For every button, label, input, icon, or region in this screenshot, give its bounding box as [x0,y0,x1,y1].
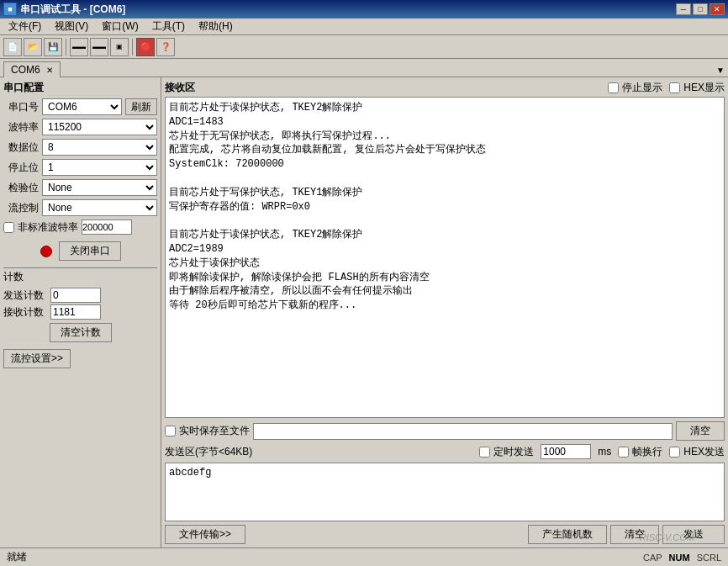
receive-header: 接收区 停止显示 HEX显示 [165,81,725,95]
receive-textarea[interactable]: 目前芯片处于读保护状态, TKEY2解除保护 ADC1=1483 芯片处于无写保… [165,97,725,418]
status-text: 就绪 [3,550,643,564]
toolbar-btn3[interactable]: ▣ [110,38,129,56]
app-icon: ■ [3,3,17,16]
save-file-label: 实时保存至文件 [179,424,250,438]
flow-select[interactable]: None [42,199,157,216]
stop-bits-label: 停止位 [3,161,39,175]
refresh-button[interactable]: 刷新 [125,98,157,115]
menu-help[interactable]: 帮助(H) [192,18,240,35]
tab-com6[interactable]: COM6 ✕ [3,61,61,77]
parity-select[interactable]: None [42,179,157,196]
conn-row: 关闭串口 [3,241,157,261]
nonstandard-label: 非标准波特率 [18,220,78,235]
newline-checkbox[interactable] [618,447,629,458]
data-bits-select[interactable]: 8 [42,139,157,156]
recv-count-label: 接收计数 [3,305,47,320]
window-title: 串口调试工具 - [COM6] [20,3,125,17]
menu-bar: 文件(F) 视图(V) 窗口(W) 工具(T) 帮助(H) [0,19,728,35]
timed-send-checkbox[interactable] [479,447,490,458]
title-bar: ■ 串口调试工具 - [COM6] ─ □ ✕ [0,0,728,19]
nonstandard-checkbox[interactable] [3,222,14,233]
menu-file[interactable]: 文件(F) [2,18,48,35]
toolbar: 📄 📂 💾 ▬▬ ▬▬ ▣ 🔴 ❓ [0,35,728,59]
status-indicators: CAP NUM SCRL [643,553,725,563]
close-port-button[interactable]: 关闭串口 [59,241,121,261]
send-header: 发送区(字节<64KB) 定时发送 ms 帧换行 HEX发送 [165,444,725,459]
toolbar-save[interactable]: 💾 [44,38,62,56]
flow-label: 流控制 [3,201,39,215]
receive-options: 停止显示 HEX显示 [608,81,725,95]
flow-settings-button[interactable]: 流控设置>> [3,349,71,368]
hex-send-checkbox[interactable] [669,447,680,458]
save-file-path[interactable] [253,423,673,440]
port-label: 串口号 [3,100,39,114]
left-panel: 串口配置 串口号 COM6 刷新 波特率 115200 数据位 8 停止位 1 [0,77,161,547]
newline-label: 帧换行 [632,445,662,459]
toolbar-help[interactable]: ❓ [156,38,175,56]
baud-select[interactable]: 115200 [42,119,157,135]
scrl-indicator: SCRL [697,553,721,563]
port-select[interactable]: COM6 [42,98,122,115]
stop-bits-row: 停止位 1 [3,159,157,176]
divider-1 [3,267,157,268]
baud-label: 波特率 [3,120,39,135]
file-transfer-button[interactable]: 文件传输>> [165,525,245,544]
toolbar-separator-2 [132,39,133,56]
timed-interval-input[interactable] [541,444,591,459]
right-panel: 接收区 停止显示 HEX显示 目前芯片处于读保护状态, TKEY2解除保护 AD… [161,77,728,547]
toolbar-new[interactable]: 📄 [3,38,22,56]
send-count-field[interactable] [50,288,101,303]
toolbar-open[interactable]: 📂 [24,38,42,56]
baud-row: 波特率 115200 [3,119,157,135]
receive-title: 接收区 [165,81,195,95]
tab-pin-icon[interactable]: ▼ [716,66,725,75]
main-content: 串口配置 串口号 COM6 刷新 波特率 115200 数据位 8 停止位 1 [0,77,728,547]
timed-send-label: 定时发送 [493,445,534,459]
serial-config-title: 串口配置 [3,81,157,95]
hex-display-group: HEX显示 [669,81,725,95]
save-row: 实时保存至文件 清空 [165,421,725,441]
maximize-button[interactable]: □ [693,3,708,15]
send-textarea[interactable]: abcdefg [165,463,725,521]
newline-group: 帧换行 [618,445,662,459]
timed-unit-label: ms [598,446,611,458]
parity-row: 检验位 None [3,179,157,196]
close-button[interactable]: ✕ [710,3,725,15]
send-count-row: 发送计数 [3,288,157,303]
send-section: 发送区(字节<64KB) 定时发送 ms 帧换行 HEX发送 [165,444,725,544]
send-button[interactable]: 发送 [662,525,725,544]
timed-send-group: 定时发送 [479,445,534,459]
hex-display-checkbox[interactable] [669,82,680,93]
cap-indicator: CAP [643,553,662,563]
hex-send-group: HEX发送 [669,445,725,459]
send-right-buttons: 产生随机数 清空 发送 [528,525,725,544]
count-title: 计数 [3,270,157,284]
toolbar-btn1[interactable]: ▬▬ [70,38,88,56]
send-footer: 文件传输>> 产生随机数 清空 发送 [165,525,725,544]
stop-bits-select[interactable]: 1 [42,159,157,176]
toolbar-separator-1 [66,39,66,56]
toolbar-btn4[interactable]: 🔴 [136,38,155,56]
send-count-label: 发送计数 [3,288,47,303]
random-button[interactable]: 产生随机数 [528,525,607,544]
menu-tools[interactable]: 工具(T) [145,18,192,35]
toolbar-btn2[interactable]: ▬▬ [90,38,108,56]
flow-row: 流控制 None [3,199,157,216]
send-title: 发送区(字节<64KB) [165,445,252,459]
stop-display-checkbox[interactable] [608,82,619,93]
clear-send-button[interactable]: 清空 [610,525,659,544]
send-options: 定时发送 ms 帧换行 HEX发送 [479,444,725,459]
minimize-button[interactable]: ─ [676,3,691,15]
menu-view[interactable]: 视图(V) [48,18,95,35]
status-bar: 就绪 CAP NUM SCRL [0,547,728,566]
clear-count-button[interactable]: 清空计数 [50,323,112,342]
parity-label: 检验位 [3,181,39,195]
nonstandard-value[interactable] [82,220,132,235]
conn-status-indicator [40,246,52,257]
clear-receive-button[interactable]: 清空 [676,421,725,441]
menu-window[interactable]: 窗口(W) [95,18,145,35]
tab-close-icon[interactable]: ✕ [46,66,53,75]
save-file-checkbox[interactable] [165,426,176,436]
recv-count-field[interactable] [50,304,101,320]
stop-display-group: 停止显示 [608,81,662,95]
